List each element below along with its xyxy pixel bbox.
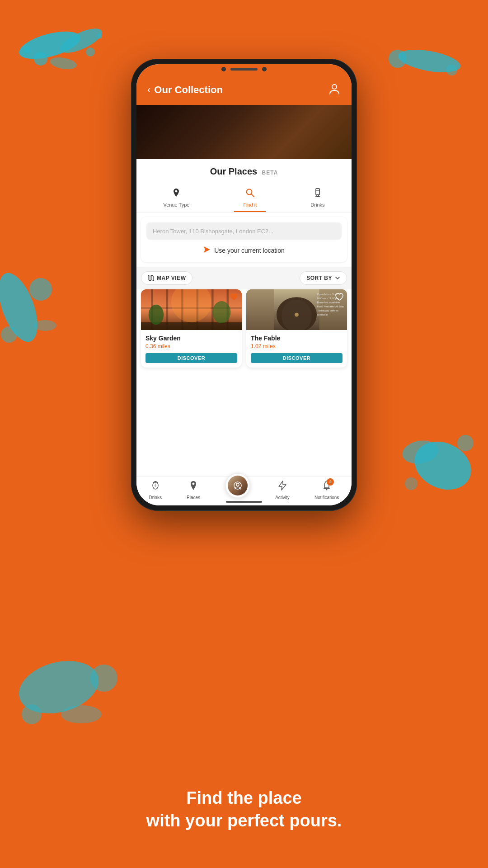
svg-point-84 bbox=[155, 484, 156, 487]
page-title: Our Collection bbox=[154, 84, 223, 96]
svg-point-11 bbox=[396, 46, 462, 76]
tab-find-it-label: Find it bbox=[243, 202, 257, 208]
section-title-bar: Our Places BETA bbox=[136, 159, 352, 182]
drink-icon bbox=[313, 188, 323, 200]
sky-garden-discover-button[interactable]: DISCOVER bbox=[145, 353, 237, 363]
map-view-button[interactable]: MAP VIEW bbox=[141, 271, 192, 285]
splatter-top-right bbox=[375, 45, 465, 81]
svg-point-21 bbox=[61, 705, 102, 723]
fable-distance: 1.02 miles bbox=[251, 343, 343, 349]
svg-point-1 bbox=[57, 27, 105, 57]
svg-rect-58 bbox=[316, 189, 319, 195]
fable-image: Open Mon - Sun 9:00am - 11:00pm Breakfas… bbox=[246, 289, 347, 330]
bottom-tagline: Find the place with your perfect pours. bbox=[0, 787, 488, 832]
svg-point-12 bbox=[389, 50, 407, 68]
activity-nav-label: Activity bbox=[275, 495, 290, 500]
svg-point-5 bbox=[23, 46, 31, 53]
svg-rect-82 bbox=[246, 289, 274, 330]
pin-icon bbox=[171, 188, 181, 200]
svg-point-17 bbox=[405, 477, 418, 490]
splatter-mid-right bbox=[398, 429, 479, 497]
svg-point-10 bbox=[34, 320, 56, 331]
svg-point-75 bbox=[212, 301, 230, 323]
phone-top-bar bbox=[221, 67, 267, 71]
svg-point-9 bbox=[1, 326, 17, 343]
phone-camera-2 bbox=[262, 67, 267, 71]
fable-discover-button[interactable]: DISCOVER bbox=[251, 353, 343, 363]
tab-drinks-label: Drinks bbox=[310, 202, 324, 208]
search-section: Heron Tower, 110 Bishopsgate, London EC2… bbox=[141, 217, 347, 262]
svg-point-14 bbox=[407, 433, 479, 497]
home-indicator bbox=[226, 501, 262, 503]
notifications-nav-label: Notifications bbox=[314, 495, 339, 500]
nav-item-places[interactable]: Places bbox=[187, 480, 200, 500]
tab-drinks[interactable]: Drinks bbox=[301, 186, 333, 212]
tab-find-it[interactable]: Find it bbox=[234, 186, 266, 212]
svg-point-13 bbox=[446, 65, 457, 75]
svg-point-81 bbox=[295, 313, 299, 317]
our-places-title: Our Places bbox=[210, 166, 258, 176]
search-input-placeholder: Heron Tower, 110 Bishopsgate, London EC2… bbox=[153, 228, 273, 235]
places-nav-label: Places bbox=[187, 495, 200, 500]
svg-point-2 bbox=[34, 52, 47, 66]
header-left: ‹ Our Collection bbox=[147, 84, 223, 96]
svg-point-74 bbox=[149, 305, 164, 325]
svg-rect-87 bbox=[324, 488, 330, 489]
splatter-bottom-left bbox=[14, 642, 127, 732]
svg-point-8 bbox=[29, 278, 52, 301]
sky-garden-name: Sky Garden bbox=[145, 335, 237, 342]
fab-home-button[interactable] bbox=[225, 473, 250, 498]
phone-speaker bbox=[230, 68, 258, 71]
venues-grid: Sky Garden 0.36 miles DISCOVER bbox=[136, 289, 352, 372]
svg-point-7 bbox=[0, 268, 45, 347]
svg-point-86 bbox=[236, 483, 239, 486]
beta-badge: BETA bbox=[262, 170, 278, 176]
svg-point-0 bbox=[16, 27, 83, 64]
svg-point-19 bbox=[90, 665, 117, 692]
svg-point-20 bbox=[22, 704, 42, 724]
svg-point-15 bbox=[400, 438, 440, 466]
back-button[interactable]: ‹ bbox=[147, 84, 150, 96]
svg-point-88 bbox=[326, 489, 328, 491]
notifications-icon-wrap: 2 bbox=[321, 480, 332, 494]
map-view-label: MAP VIEW bbox=[157, 275, 186, 281]
svg-point-6 bbox=[97, 33, 102, 39]
user-profile-icon[interactable] bbox=[328, 82, 341, 98]
sort-by-button[interactable]: SORT BY bbox=[300, 271, 347, 285]
fable-name: The Fable bbox=[251, 335, 343, 342]
nav-item-drinks[interactable]: Drinks bbox=[149, 480, 162, 500]
current-location-row[interactable]: Use your current location bbox=[146, 244, 342, 257]
phone-camera bbox=[221, 67, 226, 71]
location-arrow-icon bbox=[203, 246, 211, 255]
sky-garden-body: Sky Garden 0.36 miles DISCOVER bbox=[141, 330, 242, 368]
favorite-icon-sky-garden[interactable] bbox=[230, 293, 238, 303]
favorite-icon-fable[interactable] bbox=[335, 293, 343, 303]
svg-point-4 bbox=[49, 56, 77, 71]
phone-outer: ‹ Our Collection bbox=[131, 59, 357, 511]
current-location-label: Use your current location bbox=[214, 247, 285, 254]
sort-by-label: SORT BY bbox=[306, 275, 332, 281]
venue-card-sky-garden: Sky Garden 0.36 miles DISCOVER bbox=[141, 289, 242, 368]
sky-garden-distance: 0.36 miles bbox=[145, 343, 237, 349]
svg-point-16 bbox=[457, 435, 474, 451]
tab-venue-type[interactable]: Venue Type bbox=[154, 186, 198, 212]
filter-tabs: Venue Type Find it bbox=[136, 182, 352, 212]
activity-nav-icon bbox=[277, 480, 288, 494]
splatter-mid-left bbox=[0, 262, 81, 353]
notification-badge: 2 bbox=[327, 478, 334, 486]
drinks-nav-label: Drinks bbox=[149, 495, 162, 500]
phone-mockup: ‹ Our Collection bbox=[131, 59, 357, 511]
phone-screen: ‹ Our Collection bbox=[136, 64, 352, 505]
nav-item-notifications[interactable]: 2 Notifications bbox=[314, 480, 339, 500]
svg-point-3 bbox=[86, 47, 95, 57]
tagline-line1: Find the place bbox=[0, 787, 488, 809]
sky-garden-image bbox=[141, 289, 242, 330]
nav-item-activity[interactable]: Activity bbox=[275, 480, 290, 500]
places-nav-icon bbox=[188, 480, 199, 494]
svg-line-57 bbox=[251, 194, 254, 197]
drinks-nav-icon bbox=[150, 480, 161, 494]
search-icon bbox=[245, 188, 255, 200]
search-input-container[interactable]: Heron Tower, 110 Bishopsgate, London EC2… bbox=[146, 222, 342, 240]
fab-inner bbox=[228, 476, 248, 495]
tab-venue-type-label: Venue Type bbox=[163, 202, 189, 208]
